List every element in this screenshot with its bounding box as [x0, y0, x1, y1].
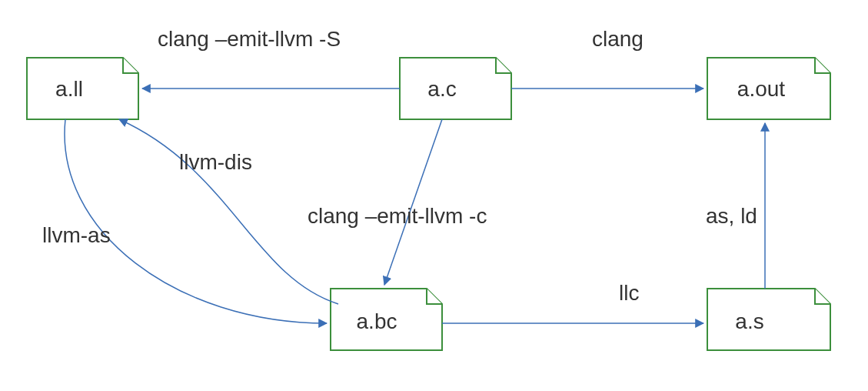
- edge-label-s-to-out: as, ld: [706, 204, 757, 228]
- node-a-ll: a.ll: [27, 58, 138, 119]
- edge-label-c-to-ll: clang –emit-llvm -S: [158, 27, 341, 51]
- edge-c-to-bc: [384, 119, 442, 285]
- node-label-a-out: a.out: [737, 77, 785, 101]
- node-a-bc: a.bc: [331, 289, 442, 350]
- compilation-diagram: a.ll a.c a.out a.bc a.s clang –emit-llvm…: [0, 0, 868, 391]
- edge-label-c-to-bc: clang –emit-llvm -c: [308, 204, 487, 228]
- node-label-a-s: a.s: [735, 309, 763, 333]
- node-a-out: a.out: [707, 58, 830, 119]
- node-label-a-bc: a.bc: [357, 309, 397, 333]
- edge-bc-to-ll: [119, 119, 338, 304]
- edge-label-ll-to-bc: llvm-as: [42, 223, 111, 247]
- node-label-a-c: a.c: [427, 77, 456, 101]
- edge-label-c-to-out: clang: [592, 27, 644, 51]
- node-a-s: a.s: [707, 289, 830, 350]
- node-a-c: a.c: [400, 58, 511, 119]
- edge-label-bc-to-ll: llvm-dis: [179, 150, 252, 174]
- edge-label-bc-to-s: llc: [619, 281, 639, 305]
- node-label-a-ll: a.ll: [55, 77, 83, 101]
